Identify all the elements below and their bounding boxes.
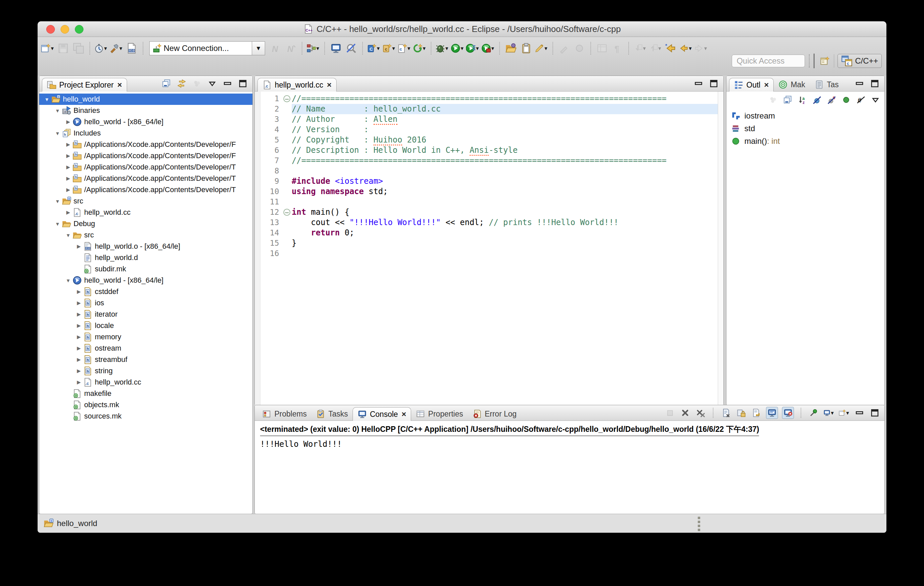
close-tab-icon[interactable]: × [764, 80, 769, 89]
window-titlebar[interactable]: C++ C/C++ - hello_world/src/hellp_world.… [38, 21, 886, 37]
tree-expander-icon[interactable]: ▶ [64, 175, 73, 182]
maximize-button[interactable] [708, 78, 719, 89]
open-console-button[interactable] [329, 41, 343, 56]
dropdown-arrow-icon[interactable]: ▾ [689, 45, 693, 52]
coverage-button[interactable]: ▾ [481, 41, 495, 56]
new-make-target-button[interactable]: ▾ [413, 41, 427, 56]
dropdown-arrow-icon[interactable]: ▾ [423, 45, 427, 52]
show-on-stderr-button[interactable] [782, 407, 794, 419]
tree-expander-icon[interactable]: ▶ [74, 379, 83, 385]
tree-item[interactable]: makefile [39, 388, 252, 399]
tree-item[interactable]: ▶hstreambuf [39, 354, 252, 365]
project-tree[interactable]: ▼chello_world▼101Binaries▶hello_world - … [39, 91, 252, 514]
minimize-button[interactable] [854, 78, 865, 89]
tree-item[interactable]: ▶.chellp_world.cc [39, 207, 252, 218]
dropdown-arrow-icon[interactable]: ▾ [51, 45, 55, 52]
new-c-project-button[interactable]: c▾ [382, 41, 396, 56]
dropdown-arrow-icon[interactable]: ▾ [392, 45, 396, 52]
tree-expander-icon[interactable]: ▼ [43, 96, 51, 102]
scroll-lock-button[interactable] [736, 407, 747, 419]
show-on-stdout-button[interactable] [766, 407, 778, 419]
build-button[interactable]: ▾ [109, 41, 124, 56]
tree-item[interactable]: ▶hiterator [39, 309, 252, 320]
collapse-all-button[interactable] [161, 78, 172, 89]
dropdown-arrow-icon[interactable]: ▾ [704, 45, 708, 52]
dropdown-arrow-icon[interactable]: ▾ [104, 45, 108, 52]
tree-expander-icon[interactable]: ▶ [74, 289, 83, 295]
tab-editor-file[interactable]: .c hellp_world.cc × [257, 78, 337, 91]
minimize-button[interactable] [693, 78, 704, 89]
back-button[interactable]: ▾ [679, 41, 693, 56]
debug-button[interactable]: ▾ [436, 41, 449, 56]
highlight-marker-button[interactable]: ▾ [535, 41, 548, 56]
tree-item[interactable]: objects.mk [39, 399, 252, 411]
tree-expander-icon[interactable]: ▶ [64, 119, 73, 125]
word-wrap-button[interactable] [751, 407, 762, 419]
fold-toggle-icon[interactable] [282, 207, 292, 217]
tree-expander-icon[interactable]: ▶ [74, 368, 83, 374]
tree-expander-icon[interactable]: ▶ [74, 345, 83, 351]
open-console-button[interactable]: ▾ [838, 407, 850, 419]
tree-item[interactable]: ▼Debug [39, 218, 252, 229]
new-connection-combo[interactable]: New Connection...▼ [149, 41, 265, 55]
run-configurations-button[interactable]: ▾ [466, 41, 480, 56]
tree-expander-icon[interactable]: ▶ [64, 164, 73, 170]
hide-fields-button[interactable] [811, 94, 823, 106]
clear-console-button[interactable] [720, 407, 731, 419]
new-c-file-button[interactable]: c▾ [398, 41, 411, 56]
pin-console-button[interactable] [808, 407, 819, 419]
build-all-button[interactable]: 010 [125, 41, 139, 56]
open-perspective-button[interactable] [819, 55, 830, 66]
outline-tab-tas[interactable]: Tas [810, 78, 843, 91]
outline-item[interactable]: main() : int [731, 135, 884, 147]
new-wizard-button[interactable]: ▾ [41, 41, 55, 56]
tree-expander-icon[interactable]: ▶ [74, 357, 83, 363]
close-tab-icon[interactable]: × [327, 80, 332, 89]
tree-item[interactable]: ▼hello_world - [x86_64/le] [39, 275, 252, 286]
profiling-tools-button[interactable]: ▾ [94, 41, 108, 56]
outline-item[interactable]: iostream [731, 109, 884, 122]
outline-item[interactable]: std [731, 122, 884, 135]
dropdown-arrow-icon[interactable]: ▾ [476, 45, 480, 52]
hide-static-members-button[interactable]: S [826, 94, 837, 106]
last-edit-location-button[interactable]: * [663, 41, 678, 56]
tree-item[interactable]: ▶hstring [39, 365, 252, 377]
tree-item[interactable]: ▶h/Applications/Xcode.app/Contents/Devel… [39, 150, 252, 162]
view-menu-button[interactable] [870, 94, 881, 106]
tree-item[interactable]: ▶hostream [39, 343, 252, 354]
status-grip[interactable] [698, 517, 700, 531]
tree-expander-icon[interactable]: ▼ [53, 108, 62, 114]
remove-launch-button[interactable] [680, 407, 691, 419]
display-selected-console-button[interactable]: ▾ [823, 407, 835, 419]
console-content[interactable]: <terminated> (exit value: 0) HelloCPP [C… [255, 421, 884, 514]
combo-dropdown-icon[interactable]: ▼ [252, 41, 265, 55]
toolbar-grip[interactable] [809, 54, 810, 68]
maximize-button[interactable] [869, 407, 880, 419]
tree-item[interactable]: ▼csrc [39, 195, 252, 207]
tree-expander-icon[interactable]: ▼ [53, 221, 62, 227]
minimize-button[interactable] [854, 407, 865, 419]
tree-expander-icon[interactable]: ▶ [74, 300, 83, 306]
tree-item[interactable]: ▶hcstddef [39, 286, 252, 297]
tree-item[interactable]: ▶hmemory [39, 331, 252, 343]
tab-project-explorer[interactable]: Project Explorer × [42, 78, 127, 91]
dropdown-arrow-icon[interactable]: ▾ [408, 45, 411, 52]
run-button[interactable]: ▾ [451, 41, 465, 56]
tree-expander-icon[interactable]: ▶ [64, 187, 73, 193]
tree-item[interactable]: ▼101Binaries [39, 105, 252, 116]
tree-expander-icon[interactable]: ▼ [53, 199, 62, 204]
hide-non-public-members-button[interactable] [840, 94, 852, 106]
tree-expander-icon[interactable]: ▼ [64, 232, 73, 238]
tree-item[interactable]: ▶hios [39, 297, 252, 309]
tree-item[interactable]: ▶hlocale [39, 320, 252, 331]
console-tab-error-log[interactable]: Error Log [468, 407, 521, 420]
console-tab-console[interactable]: Console× [353, 407, 411, 421]
maximize-button[interactable] [869, 78, 880, 89]
console-tab-properties[interactable]: Properties [411, 407, 468, 420]
outline-tab-outl[interactable]: Outl× [729, 78, 774, 91]
new-c-class-button[interactable]: C▾ [367, 41, 381, 56]
dropdown-arrow-icon[interactable]: ▾ [377, 45, 381, 52]
dropdown-arrow-icon[interactable]: ▾ [643, 45, 647, 52]
outline-tab-mak[interactable]: Mak [774, 78, 810, 91]
view-menu-button[interactable] [206, 78, 218, 89]
